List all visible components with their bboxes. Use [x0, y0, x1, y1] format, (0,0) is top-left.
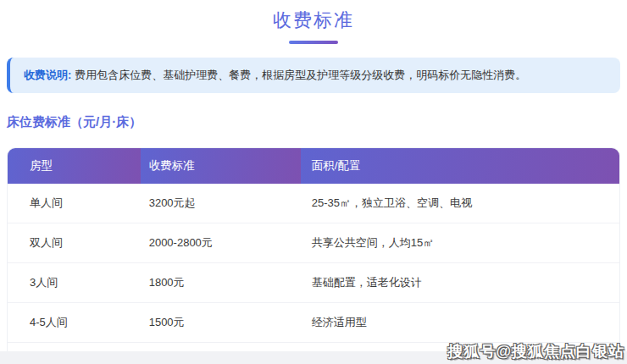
header-room-type: 房型 [8, 148, 141, 184]
fee-cell: 2000-2800元 [141, 223, 301, 262]
header-row: 房型 收费标准 面积/配置 [8, 148, 619, 184]
page-title: 收费标准 [7, 8, 620, 33]
header-fee-standard: 收费标准 [141, 148, 301, 184]
fee-cell: 3200元起 [141, 184, 301, 223]
page: 收费标准 收费说明:费用包含床位费、基础护理费、餐费，根据房型及护理等级分级收费… [0, 0, 627, 364]
fee-cell: 1800元 [141, 262, 301, 302]
config-cell: 经济适用型 [301, 302, 619, 342]
title-underline-decoration [289, 41, 338, 44]
table-row: 双人间 2000-2800元 共享公共空间，人均15㎡ [8, 223, 619, 262]
room-type-cell: 双人间 [8, 223, 141, 262]
room-type-cell: 单人间 [8, 184, 141, 223]
fee-table: 房型 收费标准 面积/配置 单人间 3200元起 25-35㎡，独立卫浴、空调、… [7, 147, 620, 364]
fee-table-body: 单人间 3200元起 25-35㎡，独立卫浴、空调、电视 双人间 2000-28… [8, 184, 619, 364]
room-type-cell: 3人间 [8, 262, 141, 302]
config-cell: 共享公共空间，人均15㎡ [301, 223, 619, 262]
config-cell: 25-35㎡，独立卫浴、空调、电视 [301, 184, 619, 223]
table-row: 3人间 1800元 基础配置，适老化设计 [8, 262, 619, 302]
table-row: 4-5人间 1500元 经济适用型 [8, 302, 619, 342]
fee-cell: 1500元 [141, 302, 301, 342]
header-area-config: 面积/配置 [301, 148, 619, 184]
room-type-cell: 4-5人间 [8, 302, 141, 342]
fee-notice-text: 费用包含床位费、基础护理费、餐费，根据房型及护理等级分级收费，明码标价无隐性消费… [75, 69, 526, 81]
sohu-watermark: 搜狐号@搜狐焦点白银站 [447, 341, 624, 361]
bed-fee-section-title: 床位费标准（元/月·床） [7, 114, 620, 130]
content-area: 收费标准 收费说明:费用包含床位费、基础护理费、餐费，根据房型及护理等级分级收费… [0, 8, 627, 364]
fee-notice-label: 收费说明: [24, 69, 71, 81]
config-cell: 基础配置，适老化设计 [301, 262, 619, 302]
fee-notice-box: 收费说明:费用包含床位费、基础护理费、餐费，根据房型及护理等级分级收费，明码标价… [7, 58, 620, 93]
fee-table-header: 房型 收费标准 面积/配置 [8, 148, 619, 184]
table-row: 单人间 3200元起 25-35㎡，独立卫浴、空调、电视 [8, 184, 619, 223]
